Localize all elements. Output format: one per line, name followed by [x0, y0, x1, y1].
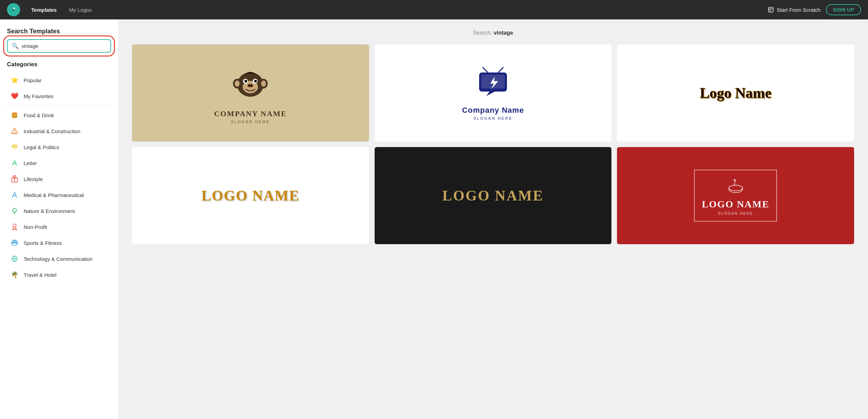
template-card-1[interactable]: COMPANY NAME SLOGAN HERE — [132, 44, 369, 142]
main-content: Search: vintage — [118, 19, 868, 419]
heart-icon: ❤️ — [10, 91, 19, 101]
nature-icon — [10, 206, 19, 216]
sidebar-item-technology[interactable]: Technology & Communication — [7, 251, 111, 267]
sidebar-item-label-sports: Sports & Fitness — [24, 240, 62, 246]
tab-templates[interactable]: Templates — [26, 4, 62, 16]
sidebar-item-industrial[interactable]: Industrial & Construction — [7, 123, 111, 139]
sidebar-item-label-lifestyle: Lifestyle — [24, 176, 43, 182]
svg-point-35 — [244, 80, 247, 83]
travel-icon: 🌴 — [10, 270, 19, 280]
svg-point-44 — [729, 185, 743, 191]
template-card-2[interactable]: Company Name SLOGAN HERE — [375, 44, 612, 142]
template-card-4[interactable]: LOGO NAME — [132, 147, 369, 244]
divider — [7, 105, 111, 106]
sidebar-item-nonprofit[interactable]: Non-Profit — [7, 219, 111, 235]
star-icon: ⭐ — [10, 75, 19, 85]
template-2-slogan: SLOGAN HERE — [462, 116, 524, 120]
svg-point-1 — [14, 8, 15, 9]
search-label: Search: vintage — [132, 30, 854, 36]
letter-icon — [10, 158, 19, 168]
svg-point-19 — [13, 224, 16, 227]
search-title: Search Templates — [7, 28, 111, 35]
nav-tabs: Templates My Logos — [26, 4, 768, 16]
sidebar-item-food[interactable]: 🍔 Food & Drink — [7, 107, 111, 123]
search-box[interactable]: 🔍 — [7, 39, 111, 53]
sidebar-item-label-industrial: Industrial & Construction — [24, 128, 80, 134]
template-2-company: Company Name — [462, 106, 524, 115]
sidebar-item-label-legal: Legal & Politics — [24, 144, 59, 150]
template-4-text: LOGO NAME — [201, 187, 300, 204]
template-6-text: LOGO NAME — [702, 199, 769, 210]
header: Templates My Logos Start From Scratch SI… — [0, 0, 868, 19]
sidebar-item-popular[interactable]: ⭐ Popular — [7, 72, 111, 88]
sidebar-item-label-technology: Technology & Communication — [24, 256, 92, 262]
start-from-scratch-button[interactable]: Start From Scratch — [768, 7, 820, 13]
svg-point-17 — [13, 208, 17, 212]
header-right: Start From Scratch SIGN UP — [768, 4, 861, 15]
signup-button[interactable]: SIGN UP — [826, 4, 861, 15]
construction-icon — [10, 126, 19, 136]
search-icon: 🔍 — [12, 43, 19, 49]
medical-icon — [10, 190, 19, 200]
sidebar-item-label-food: Food & Drink — [24, 112, 54, 118]
sidebar-item-letter[interactable]: Letter — [7, 155, 111, 171]
technology-icon — [10, 254, 19, 264]
svg-point-21 — [12, 256, 17, 262]
search-section: Search Templates 🔍 — [7, 28, 111, 53]
start-from-scratch-label: Start From Scratch — [777, 7, 820, 13]
svg-point-30 — [235, 80, 240, 87]
legal-icon — [10, 142, 19, 152]
svg-point-36 — [254, 80, 257, 83]
sidebar-item-favorites[interactable]: ❤️ My Favorites — [7, 88, 111, 104]
sidebar-item-label-medical: Medical & Pharmaceutical — [24, 192, 84, 198]
svg-line-43 — [498, 67, 503, 72]
template-1-company: COMPANY NAME — [214, 109, 287, 118]
svg-point-22 — [14, 258, 16, 260]
sidebar-item-label-nature: Nature & Environment — [24, 208, 75, 214]
tab-my-logos[interactable]: My Logos — [64, 4, 97, 16]
template-1-slogan: SLOGAN HERE — [214, 120, 287, 124]
sidebar-item-travel[interactable]: 🌴 Travel & Hotel — [7, 267, 111, 283]
gift-icon — [10, 174, 19, 184]
sidebar-item-medical[interactable]: Medical & Pharmaceutical — [7, 187, 111, 203]
template-5-text: LOGO NAME — [442, 187, 544, 204]
sidebar-item-label-popular: Popular — [24, 77, 42, 83]
layout: Search Templates 🔍 Categories ⭐ Popular … — [0, 19, 868, 419]
template-3-text: Logo Name — [700, 85, 771, 101]
template-6-slogan: SLOGAN HERE — [702, 211, 769, 215]
svg-point-39 — [251, 85, 253, 86]
svg-point-38 — [248, 85, 250, 86]
svg-rect-2 — [768, 7, 773, 12]
sidebar-item-label-travel: Travel & Hotel — [24, 272, 56, 278]
app-logo[interactable] — [7, 3, 20, 16]
sidebar-item-lifestyle[interactable]: Lifestyle — [7, 171, 111, 187]
sidebar-item-legal[interactable]: Legal & Politics — [7, 139, 111, 155]
sidebar-item-label-letter: Letter — [24, 160, 37, 166]
svg-point-32 — [261, 80, 266, 87]
template-card-3[interactable]: Logo Name — [617, 44, 854, 142]
template-card-5[interactable]: LOGO NAME — [375, 147, 612, 244]
sports-icon — [10, 238, 19, 248]
sidebar: Search Templates 🔍 Categories ⭐ Popular … — [0, 19, 118, 419]
categories-title: Categories — [7, 61, 111, 68]
search-term: vintage — [494, 30, 513, 36]
bowl-icon — [702, 176, 769, 196]
svg-point-45 — [734, 179, 736, 181]
sidebar-item-label-favorites: My Favorites — [24, 93, 53, 99]
svg-line-42 — [483, 67, 488, 72]
templates-grid: COMPANY NAME SLOGAN HERE — [132, 44, 854, 244]
sidebar-item-sports[interactable]: Sports & Fitness — [7, 235, 111, 251]
sidebar-item-nature[interactable]: Nature & Environment — [7, 203, 111, 219]
food-icon: 🍔 — [10, 110, 19, 120]
template-card-6[interactable]: LOGO NAME SLOGAN HERE — [617, 147, 854, 244]
search-input[interactable] — [22, 43, 106, 49]
svg-point-15 — [13, 193, 16, 196]
sidebar-item-label-nonprofit: Non-Profit — [24, 224, 47, 230]
ribbon-icon — [10, 222, 19, 232]
